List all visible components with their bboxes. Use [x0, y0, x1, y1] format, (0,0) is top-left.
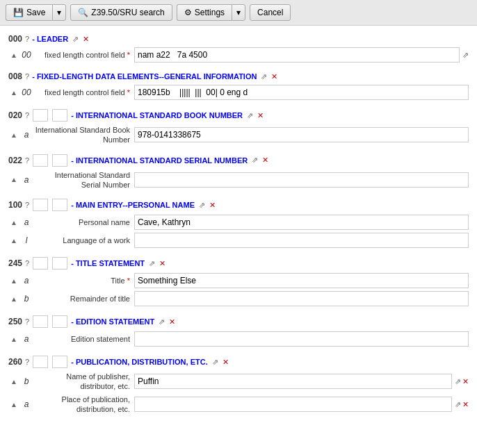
indicator2-260[interactable]	[52, 356, 67, 368]
field-link-icon-000[interactable]: ⇗	[72, 35, 79, 44]
field-delete-icon-260[interactable]: ✕	[223, 358, 229, 367]
subfield-arrow-100-l[interactable]: ▲	[8, 237, 19, 244]
field-header-100: 100 ?- MAIN ENTRY--PERSONAL NAME ⇗ ✕	[8, 196, 469, 213]
subfield-delete-icon-260-b[interactable]: ✕	[462, 377, 469, 386]
subfield-arrow-100-a[interactable]: ▲	[8, 219, 19, 226]
field-delete-icon-022[interactable]: ✕	[262, 156, 268, 165]
subfield-arrow-020-a[interactable]: ▲	[8, 131, 19, 139]
field-question-100[interactable]: ?	[25, 201, 29, 209]
field-block-000: 000 ?- LEADER ⇗ ✕▲00fixed length control…	[8, 31, 469, 63]
indicator2-245[interactable]	[52, 257, 67, 269]
required-indicator: *	[125, 276, 130, 285]
field-delete-icon-008[interactable]: ✕	[271, 72, 277, 81]
subfield-input-000-00[interactable]	[134, 47, 460, 63]
subfield-link-icon-260-a[interactable]: ⇗	[455, 400, 461, 409]
subfield-arrow-250-a[interactable]: ▲	[8, 335, 19, 343]
field-delete-icon-000[interactable]: ✕	[83, 35, 89, 44]
subfield-link-icon-000-00[interactable]: ⇗	[462, 51, 469, 60]
subfield-delete-icon-260-a[interactable]: ✕	[462, 400, 469, 409]
save-label: Save	[26, 8, 45, 17]
field-link-icon-100[interactable]: ⇗	[199, 201, 205, 210]
subfield-input-260-a[interactable]	[134, 397, 452, 412]
save-button[interactable]: 💾 Save	[6, 4, 52, 21]
subfield-arrow-008-00[interactable]: ▲	[8, 89, 19, 97]
field-question-000[interactable]: ?	[25, 35, 29, 43]
field-link-icon-250[interactable]: ⇗	[159, 317, 165, 326]
subfield-name-020-a: International Standard Book Number	[33, 125, 134, 145]
subfield-input-245-a[interactable]	[134, 273, 469, 288]
field-label-260: - PUBLICATION, DISTRIBUTION, ETC.	[71, 358, 208, 366]
subfield-input-245-b[interactable]	[134, 291, 469, 306]
subfield-code-100-l: l	[19, 235, 33, 245]
indicator1-250[interactable]	[33, 315, 48, 328]
subfield-name-100-a: Personal name	[33, 217, 134, 227]
field-header-250: 250 ?- EDITION STATEMENT ⇗ ✕	[8, 313, 469, 329]
subfield-input-022-a[interactable]	[134, 172, 469, 188]
field-label-008: - FIXED-LENGTH DATA ELEMENTS--GENERAL IN…	[32, 72, 257, 81]
field-delete-icon-100[interactable]: ✕	[209, 201, 216, 210]
field-question-245[interactable]: ?	[25, 259, 29, 267]
field-link-icon-245[interactable]: ⇗	[149, 259, 155, 268]
field-block-260: 260 ?- PUBLICATION, DISTRIBUTION, ETC. ⇗…	[8, 353, 469, 415]
subfield-input-250-a[interactable]	[134, 331, 469, 347]
subfield-arrow-260-b[interactable]: ▲	[8, 378, 19, 385]
subfield-row-008-00: ▲00fixed length control field *	[8, 84, 469, 101]
subfield-code-245-b: b	[19, 294, 33, 304]
field-label-020: - INTERNATIONAL STANDARD BOOK NUMBER	[71, 111, 243, 119]
settings-dropdown-button[interactable]: ▾	[232, 4, 245, 21]
subfield-name-245-a: Title *	[33, 276, 134, 285]
subfield-link-icon-260-b[interactable]: ⇗	[455, 377, 461, 386]
marc-editor: 000 ?- LEADER ⇗ ✕▲00fixed length control…	[0, 26, 477, 426]
field-header-245: 245 ?- TITLE STATEMENT ⇗ ✕	[8, 254, 469, 271]
field-question-020[interactable]: ?	[25, 111, 29, 119]
field-link-icon-020[interactable]: ⇗	[247, 111, 253, 120]
indicator1-260[interactable]	[33, 356, 48, 368]
required-indicator: *	[125, 51, 130, 59]
indicator1-022[interactable]	[33, 154, 48, 167]
field-link-icon-008[interactable]: ⇗	[261, 72, 267, 81]
indicator2-020[interactable]	[52, 109, 67, 122]
subfield-arrow-000-00[interactable]: ▲	[8, 51, 19, 59]
settings-button-group: ⚙ Settings ▾	[177, 4, 245, 21]
subfield-arrow-022-a[interactable]: ▲	[8, 176, 19, 183]
field-link-icon-022[interactable]: ⇗	[252, 156, 258, 165]
field-block-100: 100 ?- MAIN ENTRY--PERSONAL NAME ⇗ ✕▲aPe…	[8, 196, 469, 249]
field-question-250[interactable]: ?	[25, 317, 29, 326]
required-indicator: *	[125, 88, 130, 97]
subfield-row-245-a: ▲aTitle *	[8, 272, 469, 289]
subfield-input-100-a[interactable]	[134, 215, 469, 230]
subfield-input-100-l[interactable]	[134, 233, 469, 248]
subfield-name-260-b: Name of publisher, distributor, etc.	[33, 372, 134, 392]
field-question-008[interactable]: ?	[25, 72, 29, 81]
field-link-icon-260[interactable]: ⇗	[212, 358, 218, 367]
indicator2-100[interactable]	[52, 199, 67, 211]
field-delete-icon-020[interactable]: ✕	[257, 111, 264, 120]
z3950-search-button[interactable]: 🔍 Z39.50/SRU search	[70, 4, 172, 21]
indicator1-245[interactable]	[33, 257, 48, 269]
subfield-input-020-a[interactable]	[134, 127, 469, 142]
search-icon: 🔍	[78, 8, 88, 17]
subfield-input-260-b[interactable]	[134, 374, 452, 389]
field-label-250: - EDITION STATEMENT	[71, 317, 154, 326]
save-button-group: 💾 Save ▾	[6, 4, 66, 21]
cancel-button[interactable]: Cancel	[250, 4, 291, 21]
field-question-022[interactable]: ?	[25, 156, 29, 165]
settings-button[interactable]: ⚙ Settings	[177, 4, 232, 21]
field-delete-icon-245[interactable]: ✕	[159, 259, 165, 268]
save-dropdown-button[interactable]: ▾	[52, 4, 66, 21]
subfield-arrow-245-b[interactable]: ▲	[8, 295, 19, 303]
subfield-name-022-a: International Standard Serial Number	[33, 170, 134, 190]
subfield-input-008-00[interactable]	[134, 85, 469, 100]
indicator1-100[interactable]	[33, 199, 48, 211]
field-delete-icon-250[interactable]: ✕	[169, 317, 175, 326]
indicator2-022[interactable]	[52, 154, 67, 167]
subfield-name-008-00: fixed length control field *	[33, 88, 134, 97]
indicator1-020[interactable]	[33, 109, 48, 122]
subfield-name-000-00: fixed length control field *	[33, 50, 134, 60]
subfield-arrow-260-a[interactable]: ▲	[8, 401, 19, 408]
subfield-arrow-245-a[interactable]: ▲	[8, 277, 19, 285]
indicator2-250[interactable]	[52, 315, 67, 328]
field-question-260[interactable]: ?	[25, 358, 29, 366]
toolbar: 💾 Save ▾ 🔍 Z39.50/SRU search ⚙ Settings …	[0, 0, 477, 26]
field-block-250: 250 ?- EDITION STATEMENT ⇗ ✕▲aEdition st…	[8, 313, 469, 347]
